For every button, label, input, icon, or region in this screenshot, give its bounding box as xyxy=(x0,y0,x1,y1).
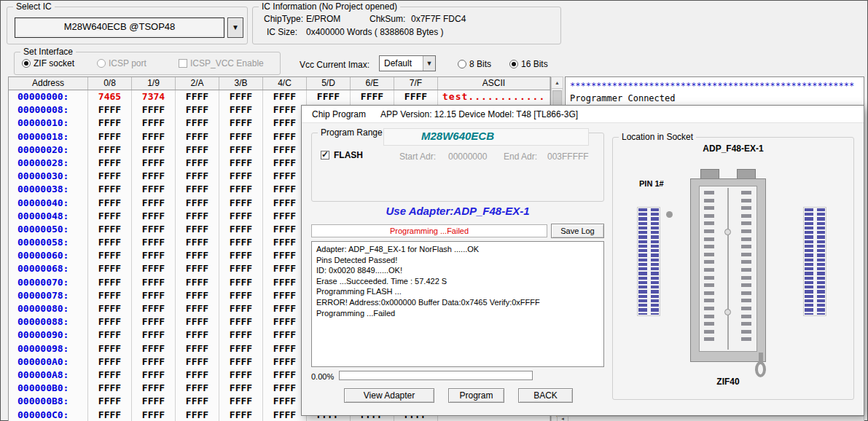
hex-cell[interactable]: FFFF xyxy=(176,183,219,196)
icsp-port-radio[interactable] xyxy=(97,59,106,68)
hex-cell[interactable]: FFFF xyxy=(176,289,219,302)
hex-cell[interactable]: FFFF xyxy=(132,130,176,143)
hex-cell[interactable]: FFFF xyxy=(88,302,132,315)
hex-cell[interactable]: FFFF xyxy=(307,90,351,103)
hex-cell[interactable]: FFFF xyxy=(176,355,219,369)
hex-cell[interactable]: FFFF xyxy=(263,117,307,130)
hex-cell[interactable]: FFFF xyxy=(132,262,176,275)
hex-cell[interactable]: FFFF xyxy=(88,223,132,236)
hex-cell[interactable]: FFFF xyxy=(88,355,132,369)
icsp-vcc-checkbox[interactable] xyxy=(179,59,187,68)
hex-cell[interactable]: FFFF xyxy=(219,130,263,143)
hex-cell[interactable]: FFFF xyxy=(263,409,307,421)
hex-cell[interactable]: FFFF xyxy=(132,382,176,395)
hex-cell[interactable]: FFFF xyxy=(88,369,132,382)
hex-cell[interactable]: 7374 xyxy=(132,90,176,103)
hex-cell[interactable]: FFFF xyxy=(176,117,219,130)
hex-cell[interactable]: FFFF xyxy=(219,90,263,103)
flash-checkbox[interactable] xyxy=(321,151,329,160)
hex-cell[interactable]: FFFF xyxy=(132,276,176,289)
hex-cell[interactable]: FFFF xyxy=(176,342,219,355)
hex-cell[interactable]: FFFF xyxy=(88,262,132,275)
hex-cell[interactable]: FFFF xyxy=(132,170,176,183)
hex-cell[interactable]: FFFF xyxy=(219,302,263,315)
hex-cell[interactable]: FFFF xyxy=(263,223,307,236)
hex-cell[interactable]: FFFF xyxy=(176,90,219,103)
hex-cell[interactable]: FFFF xyxy=(263,249,307,262)
hex-cell[interactable]: FFFF xyxy=(88,103,132,117)
hex-cell[interactable]: FFFF xyxy=(263,315,307,328)
hex-cell[interactable]: FFFF xyxy=(263,276,307,289)
hex-cell[interactable]: FFFF xyxy=(132,223,176,236)
hex-cell[interactable]: FFFF xyxy=(88,382,132,395)
hex-cell[interactable]: FFFF xyxy=(88,197,132,210)
hex-cell[interactable]: FFFF xyxy=(132,197,176,210)
hex-cell[interactable]: FFFF xyxy=(88,117,132,130)
hex-cell[interactable]: FFFF xyxy=(219,342,263,355)
hex-cell[interactable]: FFFF xyxy=(88,157,132,170)
scroll-up-icon[interactable]: ▲ xyxy=(552,77,563,89)
hex-cell[interactable]: FFFF xyxy=(176,302,219,315)
hex-cell[interactable]: FFFF xyxy=(219,355,263,369)
program-button[interactable]: Program xyxy=(448,388,504,403)
hex-cell[interactable]: FFFF xyxy=(394,90,438,103)
hex-cell[interactable]: FFFF xyxy=(219,236,263,249)
hex-cell[interactable]: FFFF xyxy=(132,117,176,130)
bits16-radio[interactable] xyxy=(509,60,518,68)
vcc-current-select[interactable]: Default ▼ xyxy=(379,55,436,71)
program-log[interactable]: Adapter: ADP_F48_EX-1 for NorFlash .....… xyxy=(311,241,604,367)
hex-cell[interactable]: FFFF xyxy=(132,395,176,408)
hex-cell[interactable]: FFFF xyxy=(176,262,219,275)
hex-cell[interactable]: FFFF xyxy=(263,183,307,196)
hex-cell[interactable]: FFFF xyxy=(263,302,307,315)
hex-cell[interactable]: FFFF xyxy=(88,143,132,157)
hex-cell[interactable]: FFFF xyxy=(132,328,176,342)
hex-cell[interactable]: FFFF xyxy=(176,223,219,236)
hex-ascii[interactable]: test............ xyxy=(438,90,550,103)
hex-cell[interactable]: FFFF xyxy=(219,409,263,421)
hex-cell[interactable]: FFFF xyxy=(132,249,176,262)
chevron-down-icon[interactable]: ▼ xyxy=(227,17,243,38)
hex-cell[interactable]: FFFF xyxy=(176,382,219,395)
hex-cell[interactable]: FFFF xyxy=(263,355,307,369)
hex-cell[interactable]: FFFF xyxy=(176,315,219,328)
hex-cell[interactable]: FFFF xyxy=(219,328,263,342)
dialog-titlebar[interactable]: Chip Program APP Version: 12.15 Device M… xyxy=(302,106,864,123)
hex-cell[interactable]: FFFF xyxy=(263,369,307,382)
hex-cell[interactable]: FFFF xyxy=(132,143,176,157)
hex-cell[interactable]: FFFF xyxy=(176,143,219,157)
hex-cell[interactable]: FFFF xyxy=(219,157,263,170)
hex-cell[interactable]: FFFF xyxy=(176,409,219,421)
hex-cell[interactable]: FFFF xyxy=(219,117,263,130)
hex-cell[interactable]: FFFF xyxy=(176,197,219,210)
hex-cell[interactable]: FFFF xyxy=(176,210,219,223)
bits8-radio[interactable] xyxy=(458,60,466,68)
hex-cell[interactable]: FFFF xyxy=(219,170,263,183)
hex-cell[interactable]: FFFF xyxy=(132,369,176,382)
hex-cell[interactable]: FFFF xyxy=(263,210,307,223)
hex-cell[interactable]: FFFF xyxy=(219,262,263,275)
hex-cell[interactable]: FFFF xyxy=(219,382,263,395)
hex-cell[interactable]: FFFF xyxy=(176,236,219,249)
hex-cell[interactable]: 7465 xyxy=(88,90,132,103)
hex-cell[interactable]: FFFF xyxy=(88,395,132,408)
hex-cell[interactable]: FFFF xyxy=(132,409,176,421)
hex-cell[interactable]: FFFF xyxy=(88,236,132,249)
hex-cell[interactable]: FFFF xyxy=(219,223,263,236)
hex-cell[interactable]: FFFF xyxy=(88,183,132,196)
hex-cell[interactable]: FFFF xyxy=(263,143,307,157)
hex-cell[interactable]: FFFF xyxy=(88,315,132,328)
hex-cell[interactable]: FFFF xyxy=(263,197,307,210)
hex-cell[interactable]: FFFF xyxy=(88,249,132,262)
hex-cell[interactable]: FFFF xyxy=(219,197,263,210)
hex-cell[interactable]: FFFF xyxy=(263,157,307,170)
scroll-left-icon[interactable]: ◄ xyxy=(558,417,568,421)
hex-cell[interactable]: FFFF xyxy=(351,90,394,103)
hex-cell[interactable]: FFFF xyxy=(88,409,132,421)
hex-cell[interactable]: FFFF xyxy=(219,395,263,408)
hex-cell[interactable]: FFFF xyxy=(263,103,307,117)
hex-cell[interactable]: FFFF xyxy=(132,236,176,249)
hex-cell[interactable]: FFFF xyxy=(219,276,263,289)
hex-cell[interactable]: FFFF xyxy=(88,130,132,143)
hex-cell[interactable]: FFFF xyxy=(219,210,263,223)
